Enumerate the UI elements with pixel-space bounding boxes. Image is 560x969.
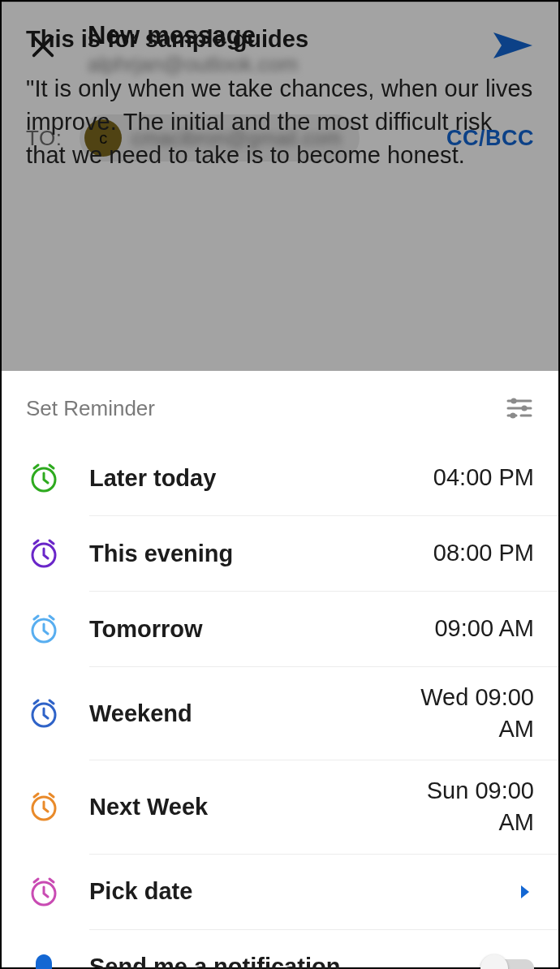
notify-toggle[interactable]: [482, 954, 534, 969]
chevron-right-icon: [516, 883, 534, 901]
sheet-header: Set Reminder: [2, 394, 558, 441]
settings-button[interactable]: [505, 394, 534, 423]
option-tomorrow[interactable]: Tomorrow 09:00 AM: [2, 592, 558, 666]
toggle-thumb: [480, 954, 508, 969]
option-label: Pick date: [89, 878, 516, 905]
clock-icon: [26, 789, 62, 825]
bell-icon: [26, 950, 62, 969]
option-label: Later today: [89, 465, 433, 492]
clock-icon: [26, 696, 62, 731]
option-label: Next Week: [89, 794, 427, 820]
svg-point-5: [510, 412, 515, 418]
option-this-evening[interactable]: This evening 08:00 PM: [2, 516, 558, 591]
option-time: Wed 09:00 AM: [420, 682, 534, 745]
clock-icon: [26, 874, 62, 910]
notify-label: Send me a notification: [89, 954, 482, 969]
option-time: 04:00 PM: [433, 462, 534, 493]
option-time: 09:00 AM: [434, 613, 534, 644]
option-next-week[interactable]: Next Week Sun 09:00 AM: [2, 760, 558, 853]
svg-point-4: [521, 405, 527, 411]
option-pick-date[interactable]: Pick date: [2, 855, 558, 929]
option-weekend[interactable]: Weekend Wed 09:00 AM: [2, 667, 558, 760]
option-later-today[interactable]: Later today 04:00 PM: [2, 441, 558, 515]
clock-icon: [26, 611, 62, 647]
svg-point-3: [510, 398, 516, 403]
option-time: Sun 09:00 AM: [427, 775, 534, 838]
clock-icon: [26, 536, 62, 571]
sliders-icon: [506, 397, 532, 420]
modal-backdrop[interactable]: [2, 2, 558, 371]
reminder-sheet: Set Reminder Later: [2, 371, 558, 967]
reminder-options-list: Later today 04:00 PM This evening 08:00 …: [2, 441, 558, 969]
clock-icon: [26, 460, 62, 496]
notify-row: Send me a notification: [2, 930, 558, 969]
option-label: Weekend: [89, 700, 420, 727]
app-root: New message alphrjan@outlook.com TO: c c…: [0, 0, 560, 969]
option-label: Tomorrow: [89, 616, 434, 643]
option-label: This evening: [89, 540, 433, 567]
sheet-title: Set Reminder: [26, 396, 155, 421]
option-time: 08:00 PM: [433, 537, 534, 569]
